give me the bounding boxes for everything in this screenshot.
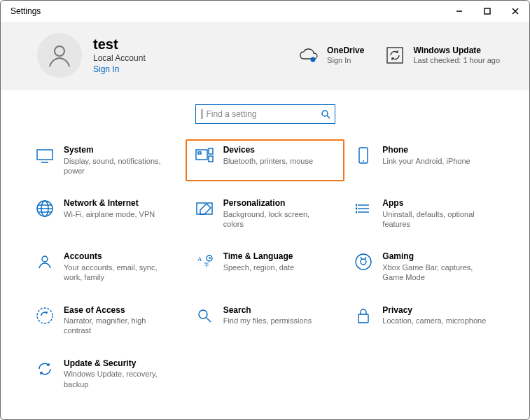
category-title: Personalization [223, 198, 328, 209]
update-text: Windows Update Last checked: 1 hour ago [413, 46, 500, 65]
user-name: test [93, 36, 146, 52]
search-icon [194, 305, 215, 326]
category-desc: Xbox Game Bar, captures, Game Mode [382, 262, 487, 283]
category-personalization[interactable]: PersonalizationBackground, lock screen, … [186, 192, 345, 234]
sign-in-link[interactable]: Sign In [93, 64, 146, 74]
personalization-icon [194, 198, 215, 219]
update-title: Windows Update [413, 46, 500, 55]
category-text: Time & LanguageSpeech, region, date [223, 251, 295, 272]
category-text: AccountsYour accounts, email, sync, work… [64, 251, 169, 282]
system-icon [34, 145, 55, 166]
category-text: Update & SecurityWindows Update, recover… [64, 358, 169, 389]
svg-rect-1 [484, 8, 490, 14]
svg-rect-26 [356, 204, 357, 206]
svg-rect-28 [356, 211, 357, 214]
category-title: Devices [223, 145, 313, 156]
accounts-icon [34, 251, 55, 272]
svg-point-5 [311, 57, 316, 62]
svg-text:字: 字 [204, 262, 209, 268]
category-desc: Narrator, magnifier, high contrast [64, 316, 169, 336]
category-desc: Display, sound, notifications, power [64, 156, 169, 176]
category-desc: Background, lock screen, colors [223, 209, 328, 230]
category-title: Update & Security [64, 358, 169, 370]
category-grid: SystemDisplay, sound, notifications, pow… [26, 139, 504, 395]
onedrive-title: OneDrive [327, 46, 364, 55]
category-system[interactable]: SystemDisplay, sound, notifications, pow… [26, 139, 186, 181]
svg-text:A: A [197, 255, 202, 262]
category-title: System [64, 145, 169, 156]
devices-icon [194, 145, 215, 166]
minimize-button[interactable] [445, 1, 473, 22]
category-text: SystemDisplay, sound, notifications, pow… [64, 145, 169, 176]
svg-line-8 [327, 115, 330, 118]
category-gaming[interactable]: GamingXbox Game Bar, captures, Game Mode [344, 246, 504, 288]
search-box[interactable] [195, 104, 335, 124]
category-text: DevicesBluetooth, printers, mouse [223, 145, 313, 166]
window-title: Settings [11, 6, 41, 16]
search-icon [321, 109, 330, 119]
update-icon [384, 44, 406, 66]
svg-rect-13 [209, 148, 213, 154]
settings-window: Settings test Local Account Sign In [0, 0, 530, 420]
category-phone[interactable]: PhoneLink your Android, iPhone [344, 139, 504, 181]
category-time[interactable]: A字Time & LanguageSpeech, region, date [186, 246, 345, 288]
svg-point-35 [356, 254, 371, 270]
phone-icon [353, 145, 374, 166]
category-title: Accounts [64, 251, 169, 262]
header-tiles: OneDrive Sign In Windows Update Last che… [298, 44, 500, 66]
svg-rect-9 [37, 150, 53, 160]
network-icon [34, 198, 55, 219]
close-icon [512, 8, 519, 15]
gaming-icon [353, 251, 374, 272]
category-apps[interactable]: AppsUninstall, defaults, optional featur… [344, 192, 504, 234]
privacy-icon [353, 305, 374, 326]
svg-point-16 [363, 160, 364, 162]
close-button[interactable] [501, 1, 529, 22]
category-desc: Speech, region, date [223, 262, 295, 272]
onedrive-icon [298, 44, 320, 66]
onedrive-text: OneDrive Sign In [327, 46, 364, 65]
category-text: PersonalizationBackground, lock screen, … [223, 198, 328, 229]
windows-update-tile[interactable]: Windows Update Last checked: 1 hour ago [384, 44, 500, 66]
category-ease[interactable]: Ease of AccessNarrator, magnifier, high … [26, 300, 186, 342]
onedrive-tile[interactable]: OneDrive Sign In [298, 44, 364, 66]
ease-icon [34, 305, 55, 326]
category-desc: Location, camera, microphone [382, 316, 486, 326]
category-privacy[interactable]: PrivacyLocation, camera, microphone [344, 300, 504, 342]
person-icon [46, 41, 74, 69]
category-devices[interactable]: DevicesBluetooth, printers, mouse [186, 139, 345, 181]
svg-point-39 [37, 308, 53, 323]
category-text: AppsUninstall, defaults, optional featur… [382, 198, 487, 229]
category-search[interactable]: SearchFind my files, permissions [186, 300, 345, 342]
category-desc: Link your Android, iPhone [382, 156, 470, 166]
search-input[interactable] [205, 108, 321, 120]
svg-line-38 [365, 257, 366, 260]
category-text: Network & InternetWi-Fi, airplane mode, … [64, 198, 155, 219]
category-accounts[interactable]: AccountsYour accounts, email, sync, work… [26, 246, 186, 288]
category-desc: Find my files, permissions [223, 316, 312, 326]
category-text: SearchFind my files, permissions [223, 305, 312, 326]
category-title: Apps [382, 198, 487, 209]
svg-rect-42 [358, 314, 368, 323]
avatar[interactable] [37, 33, 82, 78]
update-subtitle: Last checked: 1 hour ago [413, 56, 500, 65]
category-update[interactable]: Update & SecurityWindows Update, recover… [26, 353, 186, 395]
time-icon: A字 [194, 251, 215, 272]
svg-point-29 [42, 256, 48, 262]
user-subtitle: Local Account [93, 53, 146, 63]
category-network[interactable]: Network & InternetWi-Fi, airplane mode, … [26, 192, 186, 234]
maximize-button[interactable] [473, 1, 501, 22]
text-caret [202, 109, 202, 119]
category-title: Network & Internet [64, 198, 155, 209]
update-icon [34, 358, 55, 379]
category-text: Ease of AccessNarrator, magnifier, high … [64, 305, 169, 336]
onedrive-subtitle: Sign In [327, 56, 364, 65]
svg-rect-11 [196, 150, 207, 160]
svg-line-41 [207, 318, 211, 322]
account-header: test Local Account Sign In OneDrive Sign… [1, 22, 529, 90]
category-title: Time & Language [223, 251, 295, 262]
svg-rect-6 [387, 48, 403, 63]
search-wrap [26, 104, 504, 124]
category-title: Phone [382, 145, 470, 156]
svg-point-40 [199, 310, 207, 318]
